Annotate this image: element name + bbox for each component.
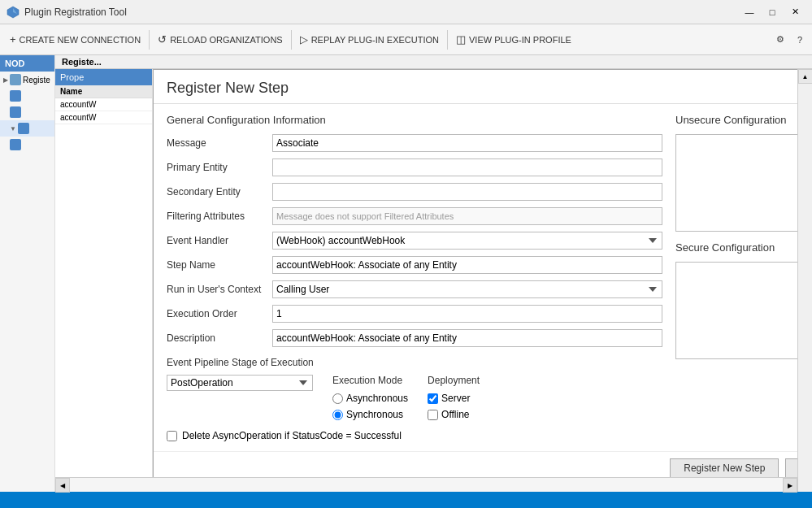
stage-select[interactable]: PostOperation xyxy=(167,375,313,391)
message-row: Message xyxy=(167,134,662,152)
register-label: Registe xyxy=(23,76,50,85)
reload-orgs-button[interactable]: ↺ RELOAD ORGANIZATIONS xyxy=(151,27,289,53)
server-checkbox[interactable] xyxy=(428,393,438,404)
replay-icon: ▷ xyxy=(300,33,308,46)
event-handler-label: Event Handler xyxy=(167,235,272,246)
execution-mode-label: Execution Mode xyxy=(332,375,408,386)
view-profile-label: VIEW PLUG-IN PROFILE xyxy=(469,35,571,45)
register-icon xyxy=(10,74,21,85)
description-row: Description xyxy=(167,329,662,347)
sidebar-item-2[interactable] xyxy=(0,104,54,120)
window-title: Plugin Registration Tool xyxy=(24,7,127,18)
view-profile-button[interactable]: ◫ VIEW PLUG-IN PROFILE xyxy=(449,27,578,53)
node-icon-4 xyxy=(10,139,21,150)
sync-radio-row: Synchronous xyxy=(332,409,408,420)
main-scrollbar: ▲ ▼ xyxy=(797,69,812,508)
primary-entity-input[interactable] xyxy=(272,158,662,176)
app-icon xyxy=(7,6,20,19)
prop-value-1: accountW xyxy=(55,98,152,111)
maximize-button[interactable]: □ xyxy=(762,4,783,20)
sidebar-item-3[interactable]: ▼ xyxy=(0,120,54,137)
unsecure-config-title: Unsecure Configuration xyxy=(675,114,797,126)
async-radio[interactable] xyxy=(332,393,343,404)
node-icon-2 xyxy=(10,106,21,118)
dialog-title: Register New Step xyxy=(167,80,289,97)
primary-entity-label: Primary Entity xyxy=(167,162,272,173)
message-input[interactable] xyxy=(272,134,662,152)
delete-async-checkbox[interactable] xyxy=(167,431,177,441)
filtering-attributes-row: Filtering Attributes Message does not su… xyxy=(167,207,662,225)
node-header: NOD xyxy=(0,55,54,72)
reload-icon: ↺ xyxy=(158,33,167,46)
execution-order-label: Execution Order xyxy=(167,308,272,319)
item3-expand-icon: ▼ xyxy=(10,125,16,132)
register-expand-icon: ▶ xyxy=(3,76,8,84)
scroll-left-button[interactable]: ◀ xyxy=(55,478,70,493)
title-bar: Plugin Registration Tool — □ ✕ xyxy=(0,0,812,24)
minimize-button[interactable]: — xyxy=(739,4,760,20)
step-name-input[interactable] xyxy=(272,256,662,274)
scroll-right-button[interactable]: ▶ xyxy=(783,478,797,493)
window-close-button[interactable]: ✕ xyxy=(784,4,805,20)
unsecure-textarea-wrapper: ▲ ▼ xyxy=(675,134,797,232)
event-handler-row: Event Handler (WebHook) accountWebHook xyxy=(167,232,662,250)
sidebar-item-register[interactable]: ▶ Registe xyxy=(0,72,54,88)
toolbar: + CREATE NEW CONNECTION ↺ RELOAD ORGANIZ… xyxy=(0,24,812,55)
sidebar-item-1[interactable] xyxy=(0,88,54,104)
event-handler-select[interactable]: (WebHook) accountWebHook xyxy=(272,232,662,250)
server-checkbox-row: Server xyxy=(428,393,480,404)
register-area-header: Registe... xyxy=(55,55,812,69)
secure-config-textarea[interactable] xyxy=(675,262,797,359)
pipeline-controls: PostOperation Execution Mode Asynch xyxy=(167,375,662,420)
properties-panel: Prope Name accountW accountW xyxy=(55,69,153,508)
settings-button[interactable]: ⚙ xyxy=(770,27,791,53)
deployment-label: Deployment xyxy=(428,375,480,386)
node-icon-1 xyxy=(10,90,21,102)
execution-order-row: Execution Order xyxy=(167,305,662,323)
prop-name-header: Name xyxy=(55,85,152,98)
run-in-user-label: Run in User's Context xyxy=(167,284,272,295)
offline-checkbox[interactable] xyxy=(428,410,438,420)
unsecure-config-textarea[interactable] xyxy=(675,134,797,232)
run-in-user-select[interactable]: Calling User xyxy=(272,280,662,298)
settings-icon: ⚙ xyxy=(776,34,784,45)
sync-label: Synchronous xyxy=(346,409,403,420)
register-area-label: Registe... xyxy=(62,57,102,67)
create-connection-label: CREATE NEW CONNECTION xyxy=(20,35,141,45)
execution-order-input[interactable] xyxy=(272,305,662,323)
main-area: NOD ▶ Registe ▼ Registe... Prop xyxy=(0,55,812,508)
sync-radio[interactable] xyxy=(332,410,343,420)
register-new-step-button[interactable]: Register New Step xyxy=(670,458,779,478)
filtering-attributes-label: Filtering Attributes xyxy=(167,211,272,222)
horizontal-scrollbar: ◀ ▶ xyxy=(55,477,797,492)
pipeline-section: Event Pipeline Stage of Execution PostOp… xyxy=(167,357,662,420)
h-scroll-track xyxy=(70,478,783,492)
unsecure-config-section: Unsecure Configuration ▲ ▼ xyxy=(675,114,797,441)
help-button[interactable]: ? xyxy=(791,27,809,53)
step-name-row: Step Name xyxy=(167,256,662,274)
secondary-entity-row: Secondary Entity xyxy=(167,183,662,201)
execution-mode-section: Execution Mode Asynchronous Synchronous xyxy=(332,375,408,420)
toolbar-separator-3 xyxy=(447,30,448,50)
async-radio-row: Asynchronous xyxy=(332,393,408,404)
filtering-attributes-placeholder[interactable]: Message does not support Filtered Attrib… xyxy=(272,207,662,225)
window-controls: — □ ✕ xyxy=(739,4,805,20)
prop-value-2-text: accountW xyxy=(60,113,96,122)
description-label: Description xyxy=(167,332,272,344)
toolbar-separator-1 xyxy=(149,30,150,50)
dialog-header: Register New Step ✕ xyxy=(154,70,797,104)
dialog-body: General Configuration Information Messag… xyxy=(154,104,797,451)
primary-entity-row: Primary Entity xyxy=(167,158,662,176)
replay-plugin-label: REPLAY PLUG-IN EXECUTION xyxy=(311,35,439,45)
register-new-step-dialog: Register New Step ✕ General Configuratio… xyxy=(153,69,797,488)
sidebar-item-4[interactable] xyxy=(0,137,54,153)
server-label: Server xyxy=(441,393,470,404)
close-dialog-button[interactable]: Close xyxy=(785,458,797,478)
replay-plugin-button[interactable]: ▷ REPLAY PLUG-IN EXECUTION xyxy=(293,27,445,53)
scroll-up-button[interactable]: ▲ xyxy=(798,69,813,84)
toolbar-separator-2 xyxy=(291,30,292,50)
description-input[interactable] xyxy=(272,329,662,347)
create-connection-button[interactable]: + CREATE NEW CONNECTION xyxy=(3,27,147,53)
secondary-entity-input[interactable] xyxy=(272,183,662,201)
offline-label: Offline xyxy=(441,409,469,420)
